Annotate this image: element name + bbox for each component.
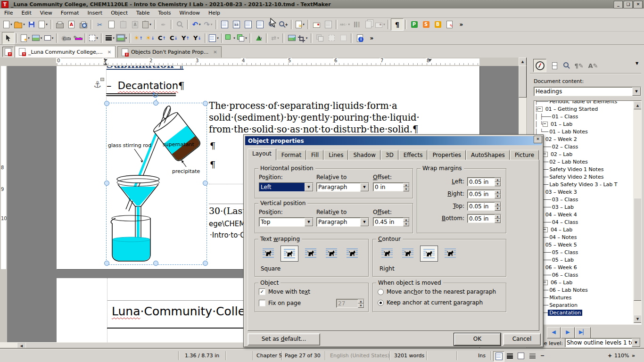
tab-close-icon[interactable]: ✕ [107, 49, 111, 55]
presentations-button[interactable]: S [420, 19, 432, 30]
spin-down[interactable]: ▼ [358, 304, 364, 308]
dropdown-arrow-icon[interactable]: ▾ [46, 23, 48, 26]
chevron-down-icon[interactable]: ▼ [305, 183, 313, 191]
print-button[interactable] [54, 19, 66, 30]
right-indent-marker[interactable] [428, 59, 432, 62]
menu-item-edit[interactable]: Edit [17, 9, 35, 17]
mail-merge-button[interactable]: ▾ [374, 19, 386, 30]
dropdown-arrow-icon[interactable]: ▾ [348, 23, 350, 26]
menu-item-format[interactable]: Format [57, 9, 83, 17]
left-indent-marker[interactable] [104, 59, 107, 62]
cut-button[interactable]: ✂ [94, 19, 106, 30]
view-fullpage-button[interactable] [516, 351, 526, 361]
h-offset-spinner[interactable]: 0 in ▲▼ [373, 182, 410, 191]
paste-text-button[interactable]: A [129, 19, 141, 30]
paste-special-button[interactable]: ▾ [141, 19, 153, 30]
dropdown-arrow-icon[interactable]: ▾ [52, 36, 54, 40]
spin-down[interactable]: ▼ [403, 187, 409, 191]
contrast-down-button[interactable]: C↓ [168, 33, 180, 44]
sidebar-tab-paragraph-styles[interactable]: ¶✎ [574, 60, 584, 71]
nav-next-button[interactable]: ▶ [561, 327, 575, 338]
dropdown-arrow-icon[interactable]: ▾ [113, 36, 115, 40]
spell-check-button[interactable]: ABC✓▾ [339, 19, 351, 30]
dialog-tab-lines[interactable]: Lines [324, 150, 348, 160]
contour-option-1[interactable] [379, 246, 396, 261]
first-line-indent-marker[interactable] [104, 62, 107, 65]
select-objects-button[interactable] [2, 32, 15, 44]
full-page-view-button[interactable] [254, 19, 266, 30]
tree-item-lab-safety-video-3-lab-t[interactable]: │ └──Lab Safety Video 3 - Lab T [535, 181, 633, 188]
chevron-down-icon[interactable]: ▼ [360, 218, 369, 226]
fix-page-spinner[interactable]: 27 ▲▼ [336, 299, 364, 308]
tree-item-03-week-3[interactable]: ├03 – Week 3 [535, 188, 633, 196]
wrap-margin-l-eft-spinner[interactable]: 0.05 in ▲▼ [467, 177, 501, 186]
tree-item-03-class[interactable]: │ ├───03 – Class [535, 196, 633, 203]
dialog-tab-format[interactable]: Format [277, 150, 306, 160]
chevron-down-icon[interactable]: ▼ [360, 183, 369, 191]
ok-button[interactable]: OK [454, 333, 501, 346]
word-count[interactable]: 3201 words [394, 353, 424, 359]
rotate-handle[interactable]: ↻ [152, 90, 158, 100]
spin-down[interactable]: ▼ [495, 194, 501, 198]
copy-button[interactable] [106, 19, 117, 30]
keep-anchor-radio[interactable]: Keep anchor at current paragraph [378, 299, 483, 306]
new-document-button[interactable]: ▾ [2, 19, 14, 30]
dropdown-arrow-icon[interactable]: ▾ [10, 23, 12, 26]
wrap-margin-t-op-spinner[interactable]: 0.05 in ▲▼ [467, 202, 501, 211]
object-properties-button[interactable]: i [354, 33, 366, 44]
dialog-tab-fill[interactable]: Fill [306, 150, 323, 160]
insert-comment-button[interactable] [311, 19, 322, 30]
spin-up[interactable]: ▲ [403, 183, 409, 187]
dropdown-arrow-icon[interactable]: ▾ [149, 23, 151, 26]
insert-picture-button[interactable]: ▾ [31, 33, 43, 44]
spin-up[interactable]: ▲ [403, 218, 409, 222]
gamma-down-button[interactable]: Y↓ [191, 33, 203, 44]
selection-handle[interactable] [153, 261, 158, 266]
tree-item-04-lab[interactable]: │ └04 – Lab [535, 226, 633, 233]
tab-close-icon[interactable]: ✕ [213, 49, 217, 55]
nav-previous-button[interactable]: ◀ [547, 327, 561, 338]
tree-item-05-lab[interactable]: │ └───05 – Lab [535, 256, 633, 263]
contour-option-2[interactable] [399, 246, 416, 261]
tree-item-04-notes[interactable]: │ └──04 – Notes [535, 233, 633, 241]
sidebar-tab-search[interactable] [561, 60, 572, 71]
document-tab-2[interactable]: Objects Don't Paginate Prop...✕ [117, 46, 222, 58]
dropdown-arrow-icon[interactable]: ▾ [23, 23, 25, 26]
dropdown-arrow-icon[interactable]: ▾ [28, 36, 30, 40]
text-wrapping-option-4[interactable] [323, 246, 340, 261]
rotate-object-button[interactable]: ↻ [253, 33, 264, 44]
tree-scroll-down[interactable]: ▼ [634, 315, 642, 323]
text-wrapping-option-1[interactable] [260, 246, 277, 261]
scroll-up-button[interactable]: ▲ [519, 58, 527, 66]
menu-item-object[interactable]: Object [107, 9, 132, 17]
reading-mode-button[interactable] [322, 19, 334, 30]
tree-item-01-lab-notes[interactable]: │ └──01 – Lab Notes [535, 128, 633, 135]
fix-on-page-checkbox[interactable]: Fix on page [259, 300, 301, 306]
v-position-combo[interactable]: Top▼ [259, 217, 314, 227]
send-document-button[interactable]: ✉▾ [294, 19, 306, 30]
sidebar-menu-chevron[interactable]: ▼ [636, 61, 638, 66]
tree-item-06-class[interactable]: │ ├───06 – Class [535, 271, 633, 279]
save-all-button[interactable]: ▾ [37, 19, 49, 30]
bring-to-front-button[interactable]: ▾ [224, 33, 236, 44]
contrast-up-button[interactable]: C↑ [156, 33, 168, 44]
page-width-view-button[interactable] [219, 19, 231, 30]
close-button[interactable]: ✕ [634, 1, 643, 8]
gamma-up-button[interactable]: Y↑ [180, 33, 191, 44]
find-button[interactable] [174, 19, 186, 30]
group-objects-button[interactable] [314, 33, 326, 44]
tree-item-06-lab[interactable]: │ └06 – Lab [535, 279, 633, 286]
formatting-marks-button[interactable]: ¶ [391, 18, 404, 31]
dropdown-arrow-icon[interactable]: ▾ [233, 36, 235, 40]
toolbar-overflow-button[interactable]: » [455, 19, 467, 30]
v-relative-combo[interactable]: Paragraph▼ [316, 217, 369, 227]
textmaker-notes-button[interactable]: ✎ [444, 19, 455, 30]
selection-handle[interactable] [104, 181, 109, 186]
sidebar-tab-navigation[interactable] [533, 59, 546, 72]
dropdown-arrow-icon[interactable]: ▾ [199, 23, 201, 26]
text-wrapping-option-2[interactable] [281, 246, 298, 262]
spin-up[interactable]: ▲ [495, 202, 501, 206]
spin-down[interactable]: ▼ [495, 219, 501, 223]
dropdown-arrow-icon[interactable]: ▾ [211, 23, 213, 26]
send-to-back-button[interactable]: ▾ [236, 33, 248, 44]
